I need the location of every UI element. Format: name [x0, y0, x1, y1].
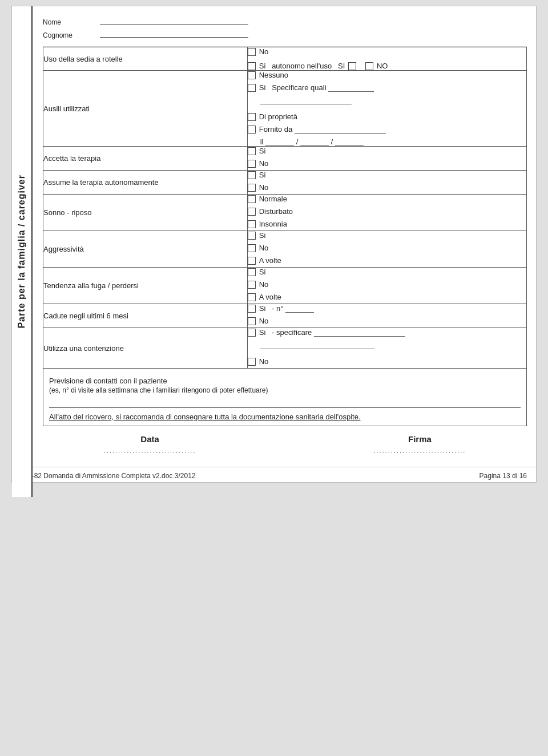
nome-row: Nome [43, 17, 527, 26]
accetta-options: Si No [247, 147, 526, 171]
ausili-il-row: il / / [260, 138, 526, 146]
ausili-label: Ausili utilizzati [43, 71, 248, 147]
assume-options: Si No [247, 171, 526, 195]
contenzione-specificare-field[interactable] [314, 329, 405, 337]
previsione-label: Previsione di contatti con il paziente [49, 377, 521, 385]
nome-label: Nome [43, 18, 100, 26]
aggressivita-options: Si No A volte [247, 231, 526, 268]
assume-label: Assume la terapia autonomamente [43, 171, 248, 195]
ausili-proprieta-checkbox[interactable] [248, 113, 256, 121]
aggressivita-si-row: Si [248, 231, 526, 240]
table-row: Assume la terapia autonomamente Si No [43, 171, 527, 195]
data-label: Data [140, 434, 159, 444]
assume-si-row: Si [248, 171, 526, 179]
all-atto-text: All'atto del ricovero, si raccomanda di … [49, 413, 361, 421]
name-section: Nome Cognome [43, 12, 527, 47]
cadute-si-row: Si - n° [248, 304, 526, 313]
firma-col: Firma ................................ [330, 434, 510, 454]
tendenza-avolte-row: A volte [248, 293, 526, 301]
uso-sedia-si-row: Si autonomo nell'uso SI NO [248, 62, 526, 70]
ausili-line2 [260, 96, 526, 104]
cognome-label: Cognome [43, 31, 100, 39]
ausili-nessuno-checkbox[interactable] [248, 71, 256, 79]
tendenza-label: Tendenza alla fuga / perdersi [43, 268, 248, 304]
page-wrapper: Parte per la famiglia / caregiver Nome C… [11, 6, 537, 483]
ausili-fornito-field[interactable] [295, 126, 386, 134]
table-row: Uso della sedia a rotelle No Si autonomo… [43, 47, 527, 71]
footer-left: MD-82 Domanda di Ammissione Completa v2.… [21, 472, 195, 480]
assume-si-checkbox[interactable] [248, 171, 256, 179]
cognome-field[interactable] [100, 30, 248, 38]
all-atto-section: All'atto del ricovero, si raccomanda di … [49, 407, 521, 421]
cadute-no-row: No [248, 317, 526, 325]
accetta-label: Accetta la terapia [43, 147, 248, 171]
accetta-si-checkbox[interactable] [248, 147, 256, 155]
contenzione-label: Utilizza una contenzione [43, 328, 248, 369]
assume-no-checkbox[interactable] [248, 184, 256, 192]
contenzione-no-checkbox[interactable] [248, 358, 256, 366]
uso-sedia-no-si-checkbox[interactable] [365, 62, 373, 70]
sonno-normale-checkbox[interactable] [248, 195, 256, 203]
ausili-si-row: Si Specificare quali [248, 83, 526, 92]
footer: MD-82 Domanda di Ammissione Completa v2.… [12, 467, 536, 482]
sonno-disturbato-row: Disturbato [248, 207, 526, 216]
aggressivita-no-row: No [248, 244, 526, 252]
aggressivita-si-checkbox[interactable] [248, 232, 256, 240]
firma-label: Firma [408, 434, 432, 444]
ausili-specificare-field2[interactable] [260, 97, 352, 104]
aggressivita-label: Aggressività [43, 231, 248, 268]
data-col: Data ................................ [60, 434, 240, 454]
accetta-no-checkbox[interactable] [248, 160, 256, 168]
cadute-si-checkbox[interactable] [248, 305, 256, 313]
sonno-insonnia-row: Insonnia [248, 220, 526, 228]
tendenza-no-checkbox[interactable] [248, 281, 256, 289]
content-area: Nome Cognome Uso della sedia a rotelle [34, 6, 536, 462]
tendenza-avolte-checkbox[interactable] [248, 293, 256, 301]
cadute-label: Cadute negli ultimi 6 mesi [43, 304, 248, 328]
contenzione-si-checkbox[interactable] [248, 329, 256, 337]
side-label: Parte per la famiglia / caregiver [12, 6, 33, 497]
ausili-il-field[interactable] [265, 139, 294, 146]
table-row: Sonno - riposo Normale Disturbato [43, 195, 527, 231]
cadute-no-checkbox[interactable] [248, 317, 256, 325]
ausili-options: Nessuno Si Specificare quali [247, 71, 526, 147]
sonno-insonnia-checkbox[interactable] [248, 220, 256, 228]
firma-dotted: ................................ [374, 447, 466, 454]
cadute-n-field[interactable] [285, 305, 314, 313]
uso-sedia-no-checkbox[interactable] [248, 48, 256, 56]
contenzione-si-row: Si - specificare [248, 328, 526, 337]
tendenza-si-checkbox[interactable] [248, 268, 256, 276]
sonno-label: Sonno - riposo [43, 195, 248, 231]
tendenza-options: Si No A volte [247, 268, 526, 304]
ausili-fornito-checkbox[interactable] [248, 126, 256, 134]
ausili-il-field3[interactable] [335, 139, 364, 146]
contenzione-field2[interactable] [260, 342, 374, 349]
cognome-row: Cognome [43, 30, 527, 39]
aggressivita-avolte-checkbox[interactable] [248, 257, 256, 265]
sonno-normale-row: Normale [248, 195, 526, 203]
tendenza-si-row: Si [248, 268, 526, 276]
table-row: Utilizza una contenzione Si - specificar… [43, 328, 527, 369]
ausili-si-checkbox[interactable] [248, 84, 256, 92]
sonno-disturbato-checkbox[interactable] [248, 208, 256, 216]
assume-no-row: No [248, 183, 526, 192]
uso-sedia-si-checkbox[interactable] [248, 62, 256, 70]
previsione-section: Previsione di contatti con il paziente (… [49, 373, 521, 407]
tendenza-no-row: No [248, 280, 526, 289]
uso-sedia-no-row: No [248, 47, 526, 56]
ausili-proprieta-row: Di proprietà [248, 112, 526, 121]
contenzione-line2 [260, 341, 526, 349]
accetta-no-row: No [248, 159, 526, 168]
ausili-il-field2[interactable] [300, 139, 329, 146]
ausili-specificare-field[interactable] [328, 84, 374, 92]
uso-sedia-label: Uso della sedia a rotelle [43, 47, 248, 71]
table-row: Accetta la terapia Si No [43, 147, 527, 171]
nome-field[interactable] [100, 17, 248, 25]
aggressivita-no-checkbox[interactable] [248, 244, 256, 252]
uso-sedia-si-si-checkbox[interactable] [348, 62, 356, 70]
contenzione-options: Si - specificare No [247, 328, 526, 369]
main-table: Uso della sedia a rotelle No Si autonomo… [43, 47, 527, 426]
uso-sedia-options: No Si autonomo nell'uso SI NO [247, 47, 526, 71]
previsione-row: Previsione di contatti con il paziente (… [43, 369, 527, 426]
cadute-options: Si - n° No [247, 304, 526, 328]
